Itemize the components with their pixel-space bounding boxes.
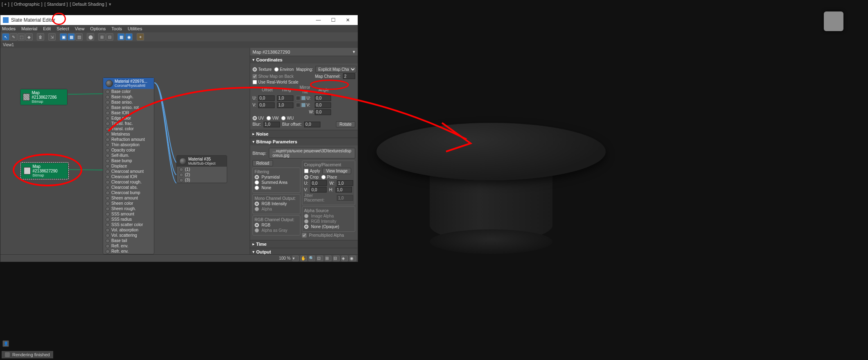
show-background-icon[interactable]: ▨: [75, 33, 83, 41]
window-titlebar[interactable]: Slate Material Editor — ☐ ✕: [0, 15, 358, 25]
bitmap-path-button[interactable]: ...нцептуальное решение\3D\textures\disp…: [269, 148, 355, 158]
put-to-scene-icon[interactable]: ◆: [25, 33, 33, 41]
rotate-button[interactable]: Rotate: [336, 121, 355, 127]
crop-v-spinner[interactable]: [310, 187, 327, 192]
material-slot[interactable]: SSS amount: [103, 211, 154, 217]
isolate-icon[interactable]: 👤: [2, 340, 9, 347]
options-icon[interactable]: ✦: [137, 33, 144, 41]
reload-button[interactable]: Reload: [253, 160, 273, 166]
crop-h-spinner[interactable]: [336, 187, 352, 192]
zoom-level[interactable]: 100 %: [279, 256, 291, 260]
mapping-select[interactable]: Explicit Map Channel: [316, 66, 356, 72]
radio-pyramidal[interactable]: Pyramidal: [255, 175, 298, 179]
material-slot[interactable]: Edge color: [103, 115, 154, 121]
pan-icon[interactable]: ✋: [300, 256, 307, 261]
material-slot[interactable]: Refraction amount: [103, 137, 154, 142]
multisub-slot[interactable]: (1): [177, 167, 227, 172]
radio-none-opaque[interactable]: None (Opaque): [304, 224, 353, 229]
layout-icon[interactable]: ⊞: [98, 33, 106, 41]
zoom-extents-icon[interactable]: ⊞: [325, 256, 331, 261]
rollout-time[interactable]: Time: [250, 240, 358, 248]
zoom-selected-icon[interactable]: ⊟: [333, 256, 340, 261]
radio-wu[interactable]: WU: [281, 116, 294, 120]
material-slot[interactable]: SSS radius: [103, 217, 154, 222]
material-slot[interactable]: Metalness: [103, 131, 154, 137]
node-bitmap-2[interactable]: Map #2138627290 Bitmap: [21, 163, 68, 179]
parameter-title[interactable]: Map #2138627290▾: [250, 48, 358, 56]
radio-environ[interactable]: Environ: [274, 67, 294, 72]
material-slot[interactable]: Clearcoat abs.: [103, 185, 154, 190]
material-slot[interactable]: Self-illum.: [103, 153, 154, 158]
material-slot[interactable]: Base tail: [103, 238, 154, 243]
rollout-bitmap-params[interactable]: Bitmap Parameters: [250, 138, 358, 145]
v-offset-spinner[interactable]: [258, 102, 275, 108]
w-angle-spinner[interactable]: [315, 109, 331, 115]
blur-spinner[interactable]: [264, 122, 280, 127]
node-multisub[interactable]: Material #35 Multi/Sub-Object (1)(2)(3): [176, 155, 227, 183]
zoom-dropdown-icon[interactable]: ▾: [292, 256, 299, 261]
zoom-region-icon[interactable]: ⊡: [317, 256, 323, 261]
radio-rgb[interactable]: RGB: [255, 223, 298, 227]
menu-select[interactable]: Select: [56, 26, 69, 31]
map-channel-spinner[interactable]: [343, 73, 355, 79]
crop-u-spinner[interactable]: [311, 180, 327, 186]
material-slot[interactable]: Clearcoat IOR: [103, 174, 154, 179]
viewport-label[interactable]: [ + ] [ Orthographic ] [ Standard ] [ De…: [2, 2, 112, 7]
pick-material-icon[interactable]: ✎: [10, 33, 17, 41]
v-tiling-spinner[interactable]: [277, 102, 293, 108]
radio-rgb-intensity[interactable]: RGB Intensity: [255, 202, 298, 206]
material-slot[interactable]: Base color: [103, 89, 154, 94]
chevron-down-icon[interactable]: ▾: [353, 49, 355, 54]
node-bitmap-1[interactable]: Map #2138627286 Bitmap: [20, 89, 68, 105]
delete-icon[interactable]: 🗑: [37, 33, 44, 41]
u-angle-spinner[interactable]: [315, 95, 331, 101]
node-canvas[interactable]: Map #2138627286 Bitmap Map #2138627290 B…: [0, 48, 250, 254]
render-sample-icon[interactable]: ⬤: [87, 33, 94, 41]
close-button[interactable]: ✕: [340, 15, 355, 25]
radio-texture[interactable]: Texture: [253, 67, 272, 72]
material-slot[interactable]: Refl. env.: [103, 243, 154, 249]
material-slot[interactable]: Base aniso.: [103, 100, 154, 105]
u-tile-check[interactable]: [301, 96, 306, 100]
apply-check[interactable]: Apply: [304, 169, 320, 173]
menu-tools[interactable]: Tools: [111, 26, 122, 31]
material-slot[interactable]: Refr. env.: [103, 249, 154, 254]
material-slot[interactable]: Clearcoat bump: [103, 190, 154, 195]
material-slot[interactable]: Clearcoat rough.: [103, 179, 154, 185]
v-tile-check[interactable]: [301, 103, 306, 107]
node-material-corona[interactable]: Material #20976... CoronaPhysicalMtl Bas…: [103, 77, 154, 254]
menu-edit[interactable]: Edit: [43, 26, 51, 31]
show-map-off-icon[interactable]: ▦: [68, 33, 75, 41]
radio-summed[interactable]: Summed Area: [255, 180, 298, 185]
premultiplied-check[interactable]: Premultiplied Alpha: [302, 233, 355, 238]
radio-vw[interactable]: VW: [266, 116, 279, 120]
grid-icon[interactable]: ▦: [117, 33, 125, 41]
material-slot[interactable]: Sheen rough.: [103, 206, 154, 211]
radio-crop[interactable]: Crop: [304, 175, 319, 179]
material-slot[interactable]: Clearcoat amount: [103, 169, 154, 174]
material-slot[interactable]: Vol. absorption: [103, 227, 154, 233]
menu-options[interactable]: Options: [90, 26, 106, 31]
material-slot[interactable]: Sheen amount: [103, 195, 154, 201]
preview-icon[interactable]: ◉: [125, 33, 133, 41]
u-mirror-check[interactable]: [296, 96, 300, 100]
layout-all-icon[interactable]: ◉: [349, 256, 356, 261]
menu-material[interactable]: Material: [21, 26, 37, 31]
radio-none-filter[interactable]: None: [255, 186, 298, 190]
v-angle-spinner[interactable]: [315, 102, 331, 108]
radio-alpha-mono[interactable]: Alpha: [255, 207, 298, 211]
zoom-icon[interactable]: 🔍: [309, 256, 315, 261]
material-slot[interactable]: Transl. frac.: [103, 121, 154, 126]
radio-alpha-gray[interactable]: Alpha as Gray: [255, 228, 298, 233]
v-mirror-check[interactable]: [296, 103, 300, 107]
u-offset-spinner[interactable]: [258, 95, 275, 101]
material-slot[interactable]: Sheen color: [103, 201, 154, 206]
view-tab[interactable]: View1: [0, 41, 358, 48]
radio-image-alpha[interactable]: Image Alpha: [304, 214, 353, 218]
multisub-slot[interactable]: (2): [177, 172, 227, 177]
layout-children-icon[interactable]: ⊟: [106, 33, 113, 41]
material-slot[interactable]: Thin absorption: [103, 142, 154, 147]
maximize-button[interactable]: ☐: [326, 15, 340, 25]
rollout-coordinates[interactable]: Coordinates: [250, 56, 358, 63]
menu-utilities[interactable]: Utilities: [128, 26, 142, 31]
